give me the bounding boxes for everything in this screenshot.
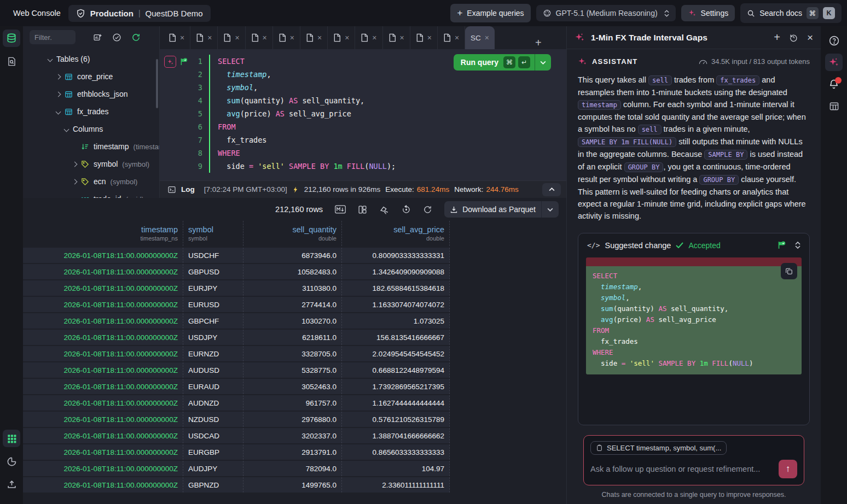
table-row[interactable]: 2026-01-08T18:11:00.000000000ZAUDNZD9617…	[23, 395, 450, 411]
tree-item-label: core_price	[77, 72, 113, 81]
code-line-content: SELECT	[593, 271, 617, 282]
cell-sell_quantity: 3052463.0	[243, 379, 342, 394]
accepted-flag-icon[interactable]	[179, 57, 188, 66]
column-header-timestamp[interactable]: timestamptimestamp_ns	[23, 221, 183, 246]
add-table-button[interactable]	[93, 33, 102, 42]
tree-item-columns[interactable]: Columns	[23, 120, 159, 138]
editor-tab-active[interactable]: SC ×	[465, 26, 495, 49]
close-tab-icon[interactable]: ×	[455, 33, 459, 42]
query-log-panel-button[interactable]	[3, 52, 20, 70]
table-row[interactable]: 2026-01-08T18:11:00.000000000ZNZDUSD2976…	[23, 412, 450, 427]
grid-view-button[interactable]	[3, 430, 20, 447]
settings-button[interactable]: Settings	[681, 5, 735, 21]
editor-tab[interactable]: ×	[300, 26, 328, 49]
chevron-right-icon	[56, 74, 61, 79]
refresh-tables-button[interactable]	[131, 33, 141, 42]
help-button[interactable]	[825, 32, 843, 49]
column-header-sell_quantity[interactable]: sell_quantitydouble	[243, 221, 342, 246]
tree-item-ecn[interactable]: ecn(symbol)	[23, 173, 159, 190]
table-row[interactable]: 2026-01-08T18:11:00.000000000ZGBPUSD1058…	[23, 264, 450, 279]
new-chat-button[interactable]: +	[774, 31, 780, 44]
editor-tab[interactable]: ×	[163, 26, 190, 49]
badge-divider: |	[138, 9, 141, 17]
close-tab-icon[interactable]: ×	[263, 33, 267, 42]
refresh-results-button[interactable]	[423, 205, 432, 214]
tree-item-tables-6-[interactable]: Tables (6)	[23, 50, 159, 68]
editor-tab[interactable]: ×	[328, 26, 355, 49]
chat-history-button[interactable]	[789, 33, 798, 42]
close-tab-icon[interactable]: ×	[235, 33, 239, 42]
ai-panel-button[interactable]	[825, 54, 843, 71]
model-selector[interactable]: GPT-5.1 (Medium Reasoning)	[536, 5, 676, 21]
editor-tab[interactable]: ×	[190, 26, 218, 49]
column-header-symbol[interactable]: symbolsymbol	[183, 221, 243, 246]
import-button[interactable]	[3, 476, 20, 493]
table-row[interactable]: 2026-01-08T18:11:00.000000000ZUSDJPY6218…	[23, 330, 450, 345]
close-tab-icon[interactable]: ×	[317, 33, 322, 42]
check-circle-button[interactable]	[112, 33, 121, 42]
copy-code-button[interactable]	[781, 263, 797, 279]
tree-item-timestamp[interactable]: timestamp(timestamp_	[23, 138, 159, 155]
close-tab-icon[interactable]: ×	[180, 33, 184, 42]
table-row[interactable]: 2026-01-08T18:11:00.000000000ZEURJPY3110…	[23, 280, 450, 296]
tree-item-core-price[interactable]: core_price	[23, 68, 159, 85]
markdown-copy-button[interactable]	[335, 205, 346, 214]
editor-tab[interactable]: ×	[383, 26, 410, 49]
tree-item-trade-id[interactable]: 123trade_id(uuid)	[23, 190, 159, 198]
column-header-sell_avg_price[interactable]: sell_avg_pricedouble	[342, 221, 450, 246]
close-tab-icon[interactable]: ×	[485, 33, 489, 42]
table-row[interactable]: 2026-01-08T18:11:00.000000000ZGBPCHF1030…	[23, 313, 450, 329]
environment-badge[interactable]: Production | QuestDB Demo	[68, 5, 211, 22]
collapse-log-button[interactable]	[542, 183, 561, 196]
search-docs-button[interactable]: Search docs ⌘ K	[740, 3, 842, 23]
query-context-chip[interactable]: SELECT timestamp, symbol, sum(...	[590, 441, 727, 455]
editor-tab[interactable]: ×	[355, 26, 382, 49]
editor-tab[interactable]: ×	[246, 26, 273, 49]
designated-timestamp-icon	[81, 143, 89, 151]
chart-view-button[interactable]	[3, 453, 20, 470]
tree-item-symbol[interactable]: symbol(symbol)	[23, 155, 159, 173]
table-row[interactable]: 2026-01-08T18:11:00.000000000ZUSDCAD3202…	[23, 428, 450, 443]
followup-input[interactable]	[590, 465, 779, 473]
ai-assist-button[interactable]	[164, 56, 176, 68]
close-tab-icon[interactable]: ×	[345, 33, 349, 42]
expand-collapse-icon[interactable]	[795, 242, 800, 249]
editor-tab[interactable]: ×	[273, 26, 300, 49]
table-row[interactable]: 2026-01-08T18:11:00.000000000ZAUDUSD5328…	[23, 362, 450, 378]
sql-editor[interactable]: 1SELECT2 timestamp,3 symbol,4 sum(quanti…	[160, 49, 566, 180]
close-tab-icon[interactable]: ×	[400, 33, 404, 42]
tables-panel-button[interactable]	[3, 30, 20, 47]
query-time-button[interactable]	[402, 205, 411, 214]
tree-item-ethblocks-json[interactable]: ethblocks_json	[23, 85, 159, 103]
table-row[interactable]: 2026-01-08T18:11:00.000000000ZEURUSD2774…	[23, 297, 450, 312]
editor-tab[interactable]: ×	[438, 26, 465, 49]
table-row[interactable]: 2026-01-08T18:11:00.000000000ZAUDJPY7820…	[23, 461, 450, 476]
table-row[interactable]: 2026-01-08T18:11:00.000000000ZEURNZD3328…	[23, 346, 450, 361]
download-parquet-button[interactable]: Download as Parquet	[444, 201, 559, 218]
close-tab-icon[interactable]: ×	[372, 33, 376, 42]
download-options-caret[interactable]	[542, 208, 559, 212]
table-row[interactable]: 2026-01-08T18:11:00.000000000ZEURGBP2913…	[23, 444, 450, 460]
export-data-button[interactable]	[379, 204, 390, 215]
new-tab-button[interactable]: +	[535, 37, 542, 49]
filter-input[interactable]	[30, 30, 76, 44]
column-layout-button[interactable]	[358, 205, 367, 214]
send-button[interactable]: ↑	[779, 460, 797, 478]
run-query-button[interactable]: Run query ⌘ ↵	[454, 54, 551, 71]
tree-item-fx-trades[interactable]: fx_trades	[23, 103, 159, 120]
close-tab-icon[interactable]: ×	[207, 33, 212, 42]
close-tab-icon[interactable]: ×	[427, 33, 432, 42]
table-row[interactable]: 2026-01-08T18:11:00.000000000ZUSDCHF6873…	[23, 248, 450, 263]
table-schema-button[interactable]	[825, 97, 843, 115]
editor-tab[interactable]: ×	[218, 26, 245, 49]
sidebar-scrollbar[interactable]	[156, 59, 158, 108]
close-panel-button[interactable]: ×	[807, 32, 813, 44]
close-tab-icon[interactable]: ×	[290, 33, 294, 42]
table-row[interactable]: 2026-01-08T18:11:00.000000000ZEURAUD3052…	[23, 379, 450, 394]
editor-tab[interactable]: ×	[410, 26, 438, 49]
table-row[interactable]: 2026-01-08T18:11:00.000000000ZGBPNZD1499…	[23, 477, 450, 493]
results-grid[interactable]: timestamptimestamp_nssymbolsymbolsell_qu…	[23, 221, 450, 494]
example-queries-button[interactable]: + Example queries	[450, 4, 530, 22]
run-options-caret[interactable]	[535, 61, 551, 65]
notifications-button[interactable]	[825, 75, 843, 93]
